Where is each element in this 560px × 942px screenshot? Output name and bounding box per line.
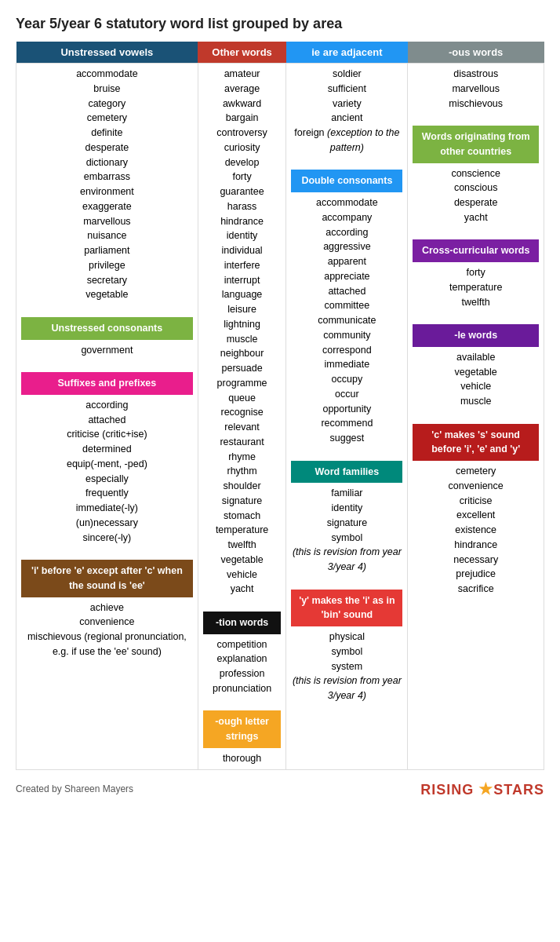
col3-header: ie are adjacent (286, 42, 408, 64)
col3-section3-words: familiaridentitysignaturesymbol(this is … (291, 486, 402, 575)
col1-section4-header: 'i' before 'e' except after 'c' when the… (21, 560, 193, 597)
col4-main-words: disastrousmarvellousmischievous (413, 67, 539, 111)
col3-section2-header: Double consonants (291, 170, 402, 192)
col1-section2-header: Unstressed consonants (21, 317, 193, 340)
col4-header: -ous words (408, 42, 544, 64)
word-list-table: Unstressed vowels Other words ie are adj… (16, 42, 544, 770)
col4-section2-words: conscienceconsciousdesperateyacht (413, 166, 539, 225)
col1-main-words: accommodatebruisecategorycemeterydefinit… (21, 67, 193, 302)
col3-section2-words: accommodateaccompanyaccordingaggressivea… (291, 195, 402, 446)
col1-content: accommodatebruisecategorycemeterydefinit… (16, 64, 198, 770)
col1-section3-header: Suffixes and prefixes (21, 372, 193, 395)
col4-content: disastrousmarvellousmischievous Words or… (408, 64, 544, 770)
col3-section4-header: 'y' makes the 'i' as in 'bin' sound (291, 590, 402, 627)
footer: Created by Shareen Mayers RISING ★STARS (16, 780, 544, 798)
main-content-row: accommodatebruisecategorycemeterydefinit… (16, 64, 544, 770)
col3-section3-header: Word families (291, 461, 402, 484)
star-icon: ★ (478, 780, 493, 798)
stars-label: STARS (493, 782, 544, 798)
rising-stars-label: RISING (420, 782, 478, 798)
col4-section5-words: cemeteryconveniencecriticiseexcellentexi… (413, 464, 539, 597)
col4-section5-header: 'c' makes 's' sound before 'i', 'e' and … (413, 424, 539, 462)
footer-credit: Created by Shareen Mayers (16, 783, 133, 794)
col1-header: Unstressed vowels (16, 42, 198, 64)
col4-section4-words: availablevegetablevehiclemuscle (413, 350, 539, 409)
col2-header: Other words (198, 42, 286, 64)
col4-section2-header: Words originating from other countries (413, 126, 539, 163)
col4-section4-header: -le words (413, 324, 539, 347)
col4-section3-words: fortytemperaturetwelfth (413, 265, 539, 309)
col3-content: soldiersufficientvarietyancientforeign (… (286, 64, 408, 770)
col2-main-words: amateuraverageawkwardbargaincontroversyc… (203, 67, 282, 597)
col2-content: amateuraverageawkwardbargaincontroversyc… (198, 64, 286, 770)
col1-section4-words: achieveconveniencemischievous (regional … (21, 601, 193, 659)
col2-section2-words: competitionexplanationprofessionpronunci… (203, 637, 282, 696)
col2-section3-words: thorough (203, 751, 282, 766)
col1-section2-words: government (21, 343, 193, 358)
col2-section2-header: -tion words (203, 612, 282, 634)
col3-main-words: soldiersufficientvarietyancientforeign (… (291, 67, 402, 155)
col4-section3-header: Cross-curricular words (413, 239, 539, 262)
col1-section3-words: accordingattachedcriticise (critic+ise)d… (21, 398, 193, 546)
page-title: Year 5/year 6 statutory word list groupe… (16, 16, 544, 32)
col2-section3-header: -ough letter strings (203, 710, 282, 748)
footer-brand: RISING ★STARS (420, 780, 544, 798)
col3-section4-words: physicalsymbolsystem(this is revision fr… (291, 630, 402, 703)
